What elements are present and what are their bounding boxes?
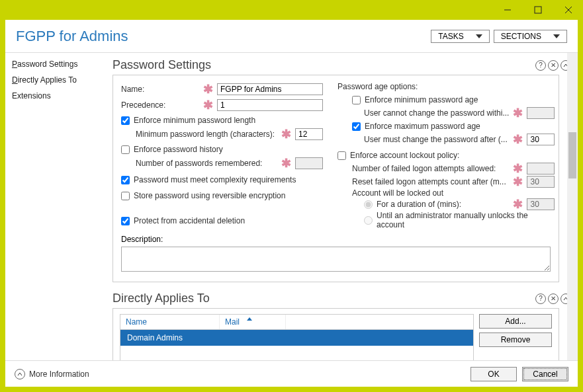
duration-radio [364,200,373,209]
account-locked-label: Account will be locked out [337,188,555,198]
help-icon[interactable]: ? [535,294,546,304]
titlebar [0,0,583,20]
max-age-sublabel: User must change the password after (... [364,135,509,144]
min-age-label: Enforce minimum password age [365,95,478,104]
close-button[interactable] [559,3,578,17]
reversible-label: Store password using reversible encrypti… [134,191,285,200]
close-section-icon[interactable]: ✕ [548,294,559,304]
until-admin-radio [364,216,373,225]
column-name[interactable]: Name [120,315,220,329]
help-icon[interactable]: ? [535,60,546,71]
window: FGPP for Admins TASKS SECTIONS Password … [5,20,578,387]
failed-attempts-input [527,163,555,175]
enforce-min-length-label: Enforce minimum password length [134,116,255,125]
description-input[interactable] [121,247,551,272]
header: FGPP for Admins TASKS SECTIONS [5,20,578,53]
section-title-text: Password Settings [112,58,211,72]
required-icon: ✱ [513,109,523,117]
more-information-label: More Information [29,370,89,379]
duration-label: For a duration of (mins): [377,200,461,209]
maximize-button[interactable] [529,3,547,17]
complexity-label: Password must meet complexity requiremen… [134,175,296,184]
sidebar-item-password-settings[interactable]: Password Settings [12,59,105,69]
add-button[interactable]: Add... [479,314,552,329]
reset-count-input [527,176,555,188]
name-input[interactable] [217,83,323,95]
required-icon: ✱ [513,165,523,173]
right-column: Password age options: Enforce minimum pa… [337,82,555,229]
required-icon: ✱ [203,101,213,109]
complexity-checkbox[interactable] [121,176,130,184]
sections-button[interactable]: SECTIONS [494,30,567,43]
required-icon: ✱ [281,130,291,138]
required-icon: ✱ [513,178,523,186]
sections-label: SECTIONS [501,32,541,41]
section-directly-applies-header: Directly Applies To ? ✕ [112,292,571,308]
grid-empty [120,346,473,360]
footer: More Information OK Cancel [5,360,578,387]
ok-button[interactable]: OK [471,367,517,381]
chevron-down-icon [476,34,482,38]
enforce-history-checkbox[interactable] [121,145,130,154]
name-label: Name: [121,85,199,94]
sidebar-item-directly-applies-to[interactable]: Directly Applies To [12,75,105,85]
max-age-label: Enforce maximum password age [365,122,480,131]
protect-checkbox[interactable] [121,217,130,225]
column-blank [286,315,473,329]
scrollbar-thumb[interactable] [568,132,576,178]
min-length-input[interactable] [295,128,323,140]
chevron-down-icon [553,34,560,38]
left-column: Name: ✱ Precedence: ✱ Enforce minimum pa… [121,82,323,229]
reset-count-label: Reset failed logon attempts count after … [352,177,509,186]
enforce-history-label: Enforce password history [134,145,223,154]
min-age-sublabel: User cannot change the password withi... [364,108,509,118]
remove-button[interactable]: Remove [479,333,552,347]
precedence-label: Precedence: [121,100,199,110]
max-age-checkbox[interactable] [352,122,361,131]
svg-rect-1 [535,7,541,13]
password-settings-panel: Name: ✱ Precedence: ✱ Enforce minimum pa… [112,75,559,282]
body: Password Settings Directly Applies To Ex… [5,53,578,360]
until-admin-label: Until an administrator manually unlocks … [377,211,555,229]
lockout-label: Enforce account lockout policy: [350,151,459,160]
section-password-settings-header: Password Settings ? ✕ [112,58,571,75]
directly-applies-panel: Name Mail Domain Admins Add... Remove [112,308,559,360]
reversible-checkbox[interactable] [121,192,130,200]
protect-label: Protect from accidental deletion [134,216,245,225]
history-label: Number of passwords remembered: [136,159,277,168]
tasks-button[interactable]: TASKS [431,30,489,43]
more-information-toggle[interactable]: More Information [15,369,89,379]
scrollbar[interactable] [567,53,578,360]
header-buttons: TASKS SECTIONS [431,30,567,43]
sidebar-item-extensions[interactable]: Extensions [12,91,105,100]
sidebar: Password Settings Directly Applies To Ex… [5,53,111,360]
content: Password Settings ? ✕ Name: ✱ [111,53,578,360]
tasks-label: TASKS [438,32,463,41]
min-age-input [527,107,555,119]
precedence-input[interactable] [217,99,323,111]
required-icon: ✱ [513,200,523,208]
required-icon: ✱ [281,159,291,167]
column-mail[interactable]: Mail [220,315,286,329]
min-length-label: Minimum password length (characters): [136,130,277,139]
duration-input [527,198,555,210]
failed-attempts-label: Number of failed logon attempts allowed: [352,164,509,173]
max-age-input[interactable] [527,134,555,145]
description-label: Description: [121,235,551,244]
lockout-checkbox[interactable] [337,151,346,160]
expand-icon [15,369,25,379]
min-age-checkbox[interactable] [352,96,361,104]
minimize-button[interactable] [498,3,517,17]
close-section-icon[interactable]: ✕ [548,60,559,71]
required-icon: ✱ [513,136,523,143]
section-title-text: Directly Applies To [112,292,210,305]
enforce-min-length-checkbox[interactable] [121,116,130,125]
table-row[interactable]: Domain Admins [120,330,473,346]
cancel-button[interactable]: Cancel [522,367,568,381]
required-icon: ✱ [203,85,213,93]
page-title: FGPP for Admins [16,28,128,45]
applies-to-grid: Name Mail Domain Admins [120,314,474,360]
age-options-label: Password age options: [337,82,555,91]
history-input [295,157,323,169]
